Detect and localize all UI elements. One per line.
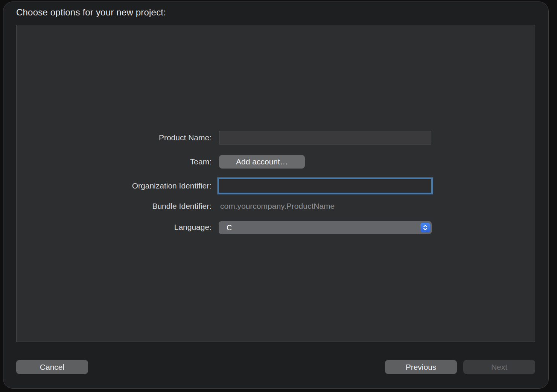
popup-stepper-icon [420,223,430,232]
language-label: Language: [38,221,212,234]
product-name-input[interactable] [219,131,431,144]
cancel-button[interactable]: Cancel [16,360,88,374]
dialog-title: Choose options for your new project: [16,7,166,18]
new-project-options-dialog: Choose options for your new project: Pro… [3,2,549,389]
previous-button[interactable]: Previous [385,360,457,374]
bundle-identifier-label: Bundle Identifier: [38,199,212,213]
next-button[interactable]: Next [463,360,535,374]
organization-identifier-label: Organization Identifier: [38,179,212,193]
product-name-label: Product Name: [38,131,212,144]
language-selected-value: C [227,223,232,232]
team-label: Team: [38,155,212,169]
add-account-button[interactable]: Add account… [219,155,305,169]
options-panel: Product Name: Team: Add account… Organiz… [16,25,535,342]
language-select[interactable]: C [219,221,432,234]
bundle-identifier-value: com.yourcompany.ProductName [220,199,335,213]
screen: Choose options for your new project: Pro… [0,0,557,392]
organization-identifier-input[interactable] [219,179,431,193]
